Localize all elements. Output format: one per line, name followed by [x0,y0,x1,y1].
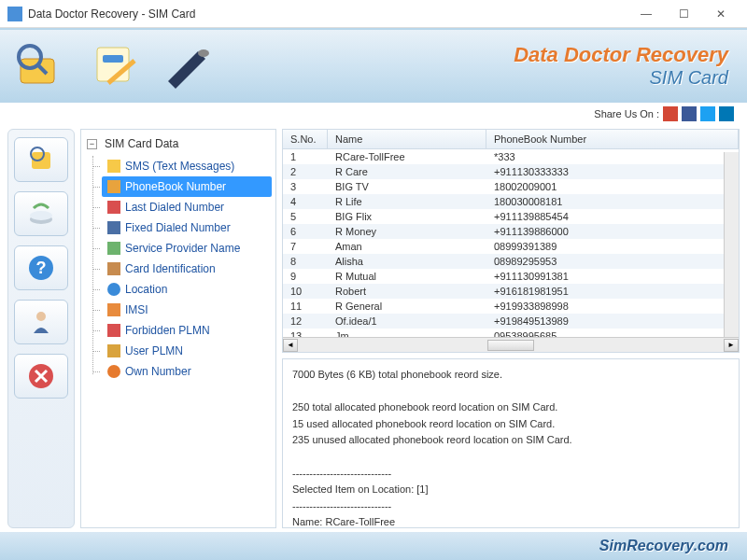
linkedin-icon[interactable] [719,106,734,121]
scroll-thumb[interactable] [487,340,534,351]
tree-item-label: PhoneBook Number [125,180,226,193]
table-row[interactable]: 3BIG TV18002009001 [283,179,739,194]
table-row[interactable]: 13Jm09538995685 [283,329,739,337]
svg-rect-4 [103,55,123,63]
facebook-icon[interactable] [682,106,697,121]
tree-item[interactable]: Own Number [102,361,272,382]
cell-sno: 2 [283,164,328,179]
tree-root-row[interactable]: − SIM Card Data [85,135,272,152]
last-dialed-icon [107,201,120,214]
footer-link[interactable]: SimRecovery.com [599,538,728,554]
table-row[interactable]: 10Robert+916181981951 [283,284,739,299]
cell-name: R Money [328,224,486,239]
cell-name: Aman [328,239,486,254]
table-row[interactable]: 8Alisha08989295953 [283,254,739,269]
share-label: Share Us On : [594,108,659,119]
table-body: 1RCare-TollFree*3332R Care+9111303333333… [283,149,739,337]
phonebook-table: S.No. Name PhoneBook Number 1RCare-TollF… [282,129,740,353]
sim-search-icon [11,42,67,89]
card-id-icon [107,262,120,275]
cell-name: Alisha [328,254,486,269]
tree-item[interactable]: Last Dialed Number [102,197,272,217]
help-button[interactable]: ? [14,245,68,290]
cell-sno: 6 [283,224,328,239]
imsi-icon [107,303,120,316]
tree-item[interactable]: Fixed Dialed Number [102,217,272,238]
cell-num: 09538995685 [486,329,739,337]
table-row[interactable]: 4R Life180030008181 [283,194,739,209]
location-icon [107,283,120,296]
table-row[interactable]: 6R Money+911139886000 [283,224,739,239]
own-number-icon [107,365,120,378]
share-row: Share Us On : [0,103,747,125]
cell-sno: 12 [283,314,328,329]
table-row[interactable]: 5BIG Flix+911139885454 [283,209,739,224]
titlebar: Data Doctor Recovery - SIM Card — ☐ ✕ [0,0,747,28]
horizontal-scrollbar[interactable]: ◄ ► [283,337,739,352]
table-row[interactable]: 11R General+919933898998 [283,299,739,314]
spn-icon [107,242,120,255]
table-row[interactable]: 7Aman08999391389 [283,239,739,254]
scroll-left-button[interactable]: ◄ [283,339,298,352]
scroll-track[interactable] [298,339,724,352]
cell-num: +911130333333 [486,164,739,179]
banner: Data Doctor Recovery SIM Card [0,28,747,103]
tree-item[interactable]: Service Provider Name [102,238,272,259]
tree-item-label: Location [125,283,167,296]
details-panel: 7000 Bytes (6 KB) total phonebook reord … [282,358,740,528]
cell-sno: 13 [283,329,328,337]
user-plmn-icon [107,344,120,357]
sms-icon [107,160,120,173]
tree-item[interactable]: Location [102,279,272,300]
tree-item[interactable]: IMSI [102,300,272,320]
col-number[interactable]: PhoneBook Number [486,130,739,148]
tree-item[interactable]: PhoneBook Number [102,176,272,197]
cell-sno: 3 [283,179,328,194]
cell-num: 18002009001 [486,179,739,194]
banner-icons [11,42,217,89]
table-row[interactable]: 12Of.idea/1+919849513989 [283,314,739,329]
report-icon [86,42,142,89]
cell-name: R Care [328,164,486,179]
table-header: S.No. Name PhoneBook Number [283,130,739,149]
googleplus-icon[interactable] [663,106,678,121]
banner-subtitle: SIM Card [514,67,728,89]
fixed-dialed-icon [107,221,120,234]
table-row[interactable]: 9R Mutual+911130991381 [283,269,739,284]
tree-item[interactable]: Card Identification [102,259,272,279]
tree-item-label: IMSI [125,303,148,316]
app-icon [7,7,22,21]
close-button[interactable]: ✕ [702,3,740,25]
save-data-button[interactable] [14,191,68,236]
cell-name: Of.idea/1 [328,314,486,329]
cell-sno: 9 [283,269,328,284]
tree-expander-icon[interactable]: − [87,139,97,149]
cell-name: R Mutual [328,269,486,284]
maximize-button[interactable]: ☐ [665,3,702,25]
forbidden-plmn-icon [107,324,120,337]
vertical-scrollbar[interactable] [724,152,739,337]
about-button[interactable] [14,300,68,344]
tree-item[interactable]: Forbidden PLMN [102,320,272,341]
scan-sim-button[interactable] [14,137,68,182]
exit-button[interactable] [14,354,68,399]
scroll-right-button[interactable]: ► [724,339,739,352]
svg-point-13 [36,312,46,321]
tree-panel: − SIM Card Data SMS (Text Messages)Phone… [80,129,276,528]
tree-item-label: User PLMN [125,344,183,357]
cell-num: +919933898998 [486,299,739,314]
tree-children: SMS (Text Messages)PhoneBook NumberLast … [102,156,272,382]
tree-item-label: Forbidden PLMN [125,324,210,337]
tree-item[interactable]: SMS (Text Messages) [102,156,272,176]
cell-name: BIG Flix [328,209,486,224]
col-sno[interactable]: S.No. [283,130,328,148]
tree-item[interactable]: User PLMN [102,341,272,361]
col-name[interactable]: Name [328,130,486,148]
cell-num: +919849513989 [486,314,739,329]
table-row[interactable]: 1RCare-TollFree*333 [283,149,739,164]
table-row[interactable]: 2R Care+911130333333 [283,164,739,179]
cell-name: R General [328,299,486,314]
minimize-button[interactable]: — [627,3,665,25]
cell-num: 180030008181 [486,194,739,209]
twitter-icon[interactable] [700,106,715,121]
